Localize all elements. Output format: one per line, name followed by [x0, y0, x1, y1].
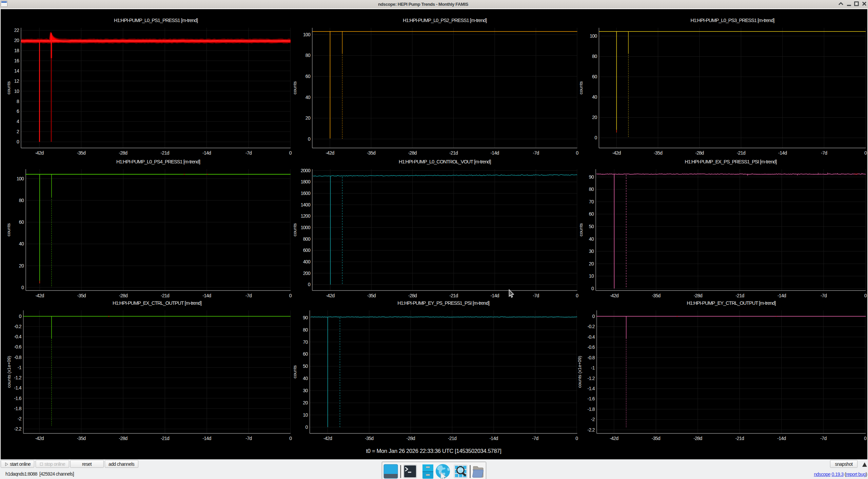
svg-text:4: 4	[17, 119, 19, 124]
svg-text:-0.6: -0.6	[587, 344, 595, 350]
svg-text:-7d: -7d	[532, 436, 538, 441]
svg-text:20: 20	[303, 400, 308, 405]
svg-text:H1:HPI-PUMP_EY_PS_PRESS1_PSI [: H1:HPI-PUMP_EY_PS_PRESS1_PSI [m-trend]	[397, 300, 489, 306]
svg-text:20: 20	[14, 38, 19, 43]
svg-text:8: 8	[17, 99, 19, 104]
svg-text:-28d: -28d	[119, 436, 127, 441]
svg-text:-21d: -21d	[161, 293, 169, 298]
svg-text:0: 0	[21, 285, 24, 290]
svg-text:counts: counts	[6, 81, 11, 94]
svg-text:0: 0	[575, 436, 578, 441]
svg-text:H1:HPI-PUMP_L0_PS3_PRESS1 [m-t: H1:HPI-PUMP_L0_PS3_PRESS1 [m-trend]	[690, 18, 774, 23]
svg-text:80: 80	[592, 54, 597, 59]
svg-text:-42d: -42d	[323, 436, 332, 441]
svg-text:-14d: -14d	[490, 150, 499, 156]
svg-text:0: 0	[594, 135, 597, 140]
svg-text:0: 0	[19, 314, 22, 319]
svg-text:-35d: -35d	[77, 436, 85, 441]
svg-text:0: 0	[864, 436, 867, 441]
svg-text:-21d: -21d	[448, 436, 456, 441]
svg-text:-21d: -21d	[449, 293, 458, 298]
svg-text:counts: counts	[292, 365, 297, 378]
svg-text:-14d: -14d	[489, 436, 498, 441]
svg-text:-42d: -42d	[35, 293, 44, 298]
svg-text:-7d: -7d	[533, 150, 539, 156]
svg-text:50: 50	[589, 224, 594, 229]
svg-text:-35d: -35d	[654, 150, 662, 156]
svg-text:0: 0	[289, 150, 292, 156]
svg-text:-1: -1	[591, 365, 595, 371]
svg-text:-2: -2	[18, 416, 22, 421]
svg-text:1000: 1000	[301, 225, 311, 230]
svg-text:-7d: -7d	[820, 436, 826, 441]
svg-text:0: 0	[864, 150, 867, 156]
svg-text:80: 80	[303, 327, 308, 333]
svg-text:H1:HPI-PUMP_L0_PS1_PRESS1 [m-t: H1:HPI-PUMP_L0_PS1_PRESS1 [m-trend]	[114, 18, 198, 23]
svg-text:-28d: -28d	[408, 293, 417, 298]
svg-text:0: 0	[864, 293, 867, 298]
svg-text:80: 80	[305, 53, 311, 58]
svg-text:-0.4: -0.4	[587, 334, 595, 340]
svg-text:counts: counts	[578, 223, 584, 236]
svg-text:80: 80	[589, 186, 594, 192]
svg-text:0: 0	[308, 282, 311, 287]
svg-text:-35d: -35d	[77, 293, 86, 298]
svg-text:100: 100	[590, 33, 597, 39]
svg-text:10: 10	[14, 88, 19, 94]
svg-text:70: 70	[303, 339, 308, 345]
svg-text:-42d: -42d	[326, 150, 334, 156]
svg-text:-1.2: -1.2	[587, 376, 595, 381]
svg-text:-35d: -35d	[77, 150, 85, 156]
svg-text:60: 60	[19, 219, 24, 225]
svg-text:-28d: -28d	[694, 293, 702, 298]
svg-text:800: 800	[303, 236, 311, 242]
svg-text:30: 30	[589, 248, 594, 254]
svg-text:counts: counts	[6, 223, 11, 236]
svg-text:-21d: -21d	[737, 150, 745, 156]
svg-text:-35d: -35d	[652, 293, 660, 298]
svg-text:-14d: -14d	[778, 150, 787, 156]
svg-text:counts: counts	[578, 81, 584, 94]
svg-text:0: 0	[289, 436, 292, 441]
svg-text:40: 40	[19, 241, 24, 246]
svg-text:counts: counts	[292, 81, 297, 94]
svg-text:-14d: -14d	[202, 436, 211, 441]
svg-text:1400: 1400	[301, 202, 311, 207]
svg-text:30: 30	[303, 388, 308, 393]
svg-text:-28d: -28d	[693, 436, 702, 441]
svg-text:100: 100	[17, 176, 24, 181]
svg-text:counts: counts	[292, 223, 297, 236]
svg-text:-1: -1	[18, 365, 22, 370]
svg-text:H1:HPI-PUMP_EY_CTRL_OUTPUT [m-: H1:HPI-PUMP_EY_CTRL_OUTPUT [m-trend]	[687, 300, 776, 306]
svg-text:200: 200	[303, 271, 311, 276]
svg-text:-0.8: -0.8	[587, 355, 595, 360]
svg-text:-42d: -42d	[610, 436, 618, 441]
svg-text:-14d: -14d	[202, 150, 211, 156]
svg-text:6: 6	[17, 108, 19, 114]
svg-text:-42d: -42d	[35, 436, 44, 441]
svg-text:H1:HPI-PUMP_L0_PS2_PRESS1 [m-t: H1:HPI-PUMP_L0_PS2_PRESS1 [m-trend]	[403, 18, 487, 23]
svg-text:10: 10	[589, 273, 594, 279]
svg-text:-7d: -7d	[245, 436, 252, 441]
svg-text:-28d: -28d	[119, 150, 127, 156]
svg-text:-21d: -21d	[161, 150, 169, 156]
svg-text:-14d: -14d	[777, 293, 786, 298]
svg-text:-0.2: -0.2	[587, 324, 595, 329]
svg-text:-42d: -42d	[612, 150, 621, 156]
svg-text:0: 0	[289, 293, 292, 298]
svg-text:10: 10	[303, 412, 308, 418]
svg-text:-28d: -28d	[119, 293, 127, 298]
svg-text:H1:HPI-PUMP_EX_CTRL_OUTPUT [m-: H1:HPI-PUMP_EX_CTRL_OUTPUT [m-trend]	[113, 300, 201, 306]
svg-text:1600: 1600	[301, 191, 311, 196]
svg-text:16: 16	[14, 58, 19, 63]
svg-text:-35d: -35d	[367, 150, 375, 156]
svg-text:-7d: -7d	[245, 150, 252, 156]
svg-text:-21d: -21d	[449, 150, 458, 156]
svg-text:-1.6: -1.6	[587, 396, 595, 401]
svg-text:-0.6: -0.6	[14, 344, 21, 350]
svg-text:80: 80	[19, 198, 24, 203]
svg-text:-14d: -14d	[777, 436, 786, 441]
svg-text:-1.4: -1.4	[587, 386, 595, 391]
svg-text:-1.2: -1.2	[14, 375, 21, 380]
svg-text:0: 0	[308, 136, 311, 142]
